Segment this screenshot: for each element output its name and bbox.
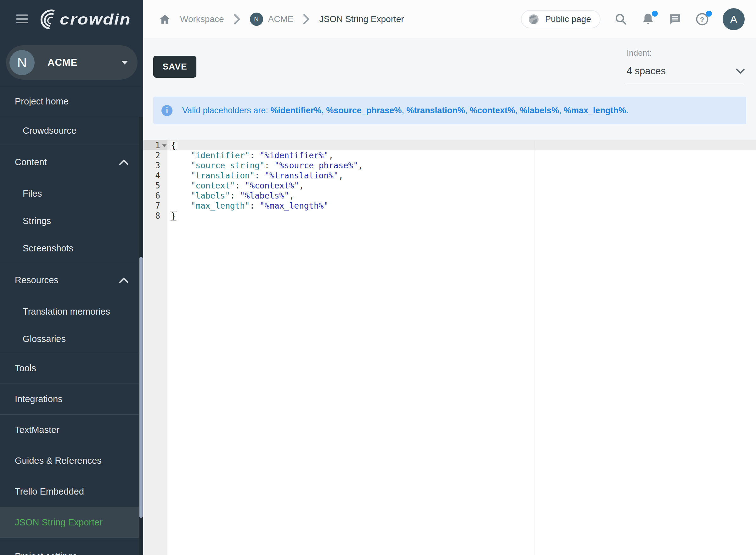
code-editor[interactable]: 12345678 { "identifier": "%identifier%",… (143, 140, 756, 555)
chevron-right-icon (234, 14, 241, 25)
public-page-label: Public page (545, 14, 591, 24)
chevron-right-icon (303, 14, 310, 25)
sidebar-item-label: TextMaster (15, 425, 59, 435)
public-page-button[interactable]: Public page (521, 10, 600, 28)
globe-icon (528, 13, 540, 25)
sidebar-item-strings[interactable]: Strings (0, 207, 143, 235)
line-number[interactable]: 2 (143, 151, 167, 161)
editor-code-area[interactable]: { "identifier": "%identifier%", "source_… (167, 140, 756, 555)
sidebar-item-content[interactable]: Content (0, 144, 143, 180)
token-pun (171, 181, 191, 190)
sidebar-item-label: Tools (15, 363, 36, 374)
fold-toggle-icon[interactable] (162, 144, 167, 147)
code-line[interactable]: "labels": "%labels%", (167, 191, 756, 201)
messages-icon[interactable] (669, 12, 682, 26)
sidebar-item-label: Integrations (15, 394, 62, 404)
sidebar-item-label: JSON String Exporter (15, 517, 102, 528)
indent-control: Indent: 4 spaces (627, 48, 745, 84)
sidebar-item-files[interactable]: Files (0, 180, 143, 207)
token-pun: : (250, 151, 259, 160)
code-line[interactable]: } (167, 211, 756, 221)
main-content: SAVE Indent: 4 spaces i Valid placeholde… (143, 39, 756, 555)
project-avatar: N (250, 12, 263, 26)
home-icon[interactable] (159, 13, 171, 25)
info-icon: i (162, 105, 172, 116)
code-line[interactable]: { (167, 140, 756, 151)
breadcrumb-workspace[interactable]: Workspace (180, 14, 224, 24)
sidebar-item-label: Files (23, 188, 42, 199)
token-key: "labels" (191, 191, 230, 201)
caret-down-icon (121, 61, 128, 65)
indent-selected-value: 4 spaces (627, 66, 666, 77)
line-number[interactable]: 7 (143, 201, 167, 211)
token-pun: : (264, 161, 274, 170)
code-line[interactable]: "context": "%context%", (167, 181, 756, 191)
org-avatar: N (9, 50, 35, 75)
line-number[interactable]: 4 (143, 171, 167, 181)
token-key: "max_length" (191, 201, 250, 211)
sidebar-item-label: Project settings (15, 551, 77, 555)
token-pun: , (289, 191, 294, 201)
sidebar-item-label: Strings (23, 216, 51, 226)
user-avatar[interactable]: A (723, 8, 745, 30)
sidebar-item-label: Crowdsource (23, 126, 77, 136)
token-pun (171, 151, 191, 160)
token-brace: } (170, 211, 177, 220)
code-line[interactable]: "source_string": "%source_phrase%", (167, 161, 756, 171)
crowdin-logo[interactable]: crowdin (38, 9, 123, 30)
sidebar-item-screenshots[interactable]: Screenshots (0, 235, 143, 262)
sidebar-item-label: Resources (15, 275, 58, 285)
token-pun: , (358, 161, 363, 170)
sidebar-item-translation-memories[interactable]: Translation memories (0, 298, 143, 325)
line-number[interactable]: 6 (143, 191, 167, 201)
sidebar-item-resources[interactable]: Resources (0, 262, 143, 298)
code-line[interactable]: "translation": "%translation%", (167, 171, 756, 181)
topbar-actions: Public page (521, 0, 745, 38)
sidebar-scrollbar-track[interactable] (139, 117, 143, 555)
help-icon[interactable]: ? (696, 12, 709, 26)
sidebar-item-project-settings[interactable]: Project settings (0, 541, 143, 555)
workspace-selector[interactable]: N ACME (6, 45, 137, 80)
editor-gutter: 12345678 (143, 140, 167, 555)
code-line[interactable]: "identifier": "%identifier%", (167, 151, 756, 161)
code-line[interactable]: "max_length": "%max_length%" (167, 201, 756, 211)
sidebar-item-tools[interactable]: Tools (0, 353, 143, 384)
sidebar-scrollbar-thumb[interactable] (139, 257, 142, 518)
search-icon[interactable] (614, 12, 628, 26)
sidebar-item-guides-references[interactable]: Guides & References (0, 445, 143, 476)
sidebar-item-json-string-exporter[interactable]: JSON String Exporter (0, 507, 143, 538)
topbar: crowdin Workspace N ACME JSON String Exp… (0, 0, 756, 38)
help-badge (706, 11, 712, 17)
token-pun (171, 191, 191, 201)
chevron-up-icon (119, 278, 128, 283)
crowdin-logo-mark-icon (38, 9, 58, 30)
indent-select[interactable]: 4 spaces (627, 66, 745, 84)
line-number[interactable]: 1 (143, 140, 167, 151)
breadcrumb-project[interactable]: ACME (268, 14, 294, 24)
token-pun (171, 201, 191, 211)
line-number[interactable]: 5 (143, 181, 167, 191)
menu-icon[interactable] (16, 14, 28, 23)
sidebar-item-glossaries[interactable]: Glossaries (0, 325, 143, 353)
sidebar-item-label: Trello Embedded (15, 486, 84, 497)
sidebar-item-integrations[interactable]: Integrations (0, 384, 143, 414)
sidebar-item-textmaster[interactable]: TextMaster (0, 414, 143, 445)
line-number[interactable]: 3 (143, 161, 167, 171)
token-val: "%context%" (245, 181, 299, 190)
sidebar-item-trello-embedded[interactable]: Trello Embedded (0, 476, 143, 507)
save-button[interactable]: SAVE (153, 56, 197, 78)
line-number[interactable]: 8 (143, 211, 167, 221)
token-pun (171, 161, 191, 170)
sidebar-item-crowdsource[interactable]: Crowdsource (0, 117, 143, 144)
sidebar-item-project-home[interactable]: Project home (0, 86, 143, 117)
sidebar-item-label: Guides & References (15, 456, 102, 466)
bell-icon[interactable] (641, 12, 655, 26)
token-pun: : (230, 191, 240, 201)
token-pun: , (338, 171, 343, 180)
breadcrumb: Workspace N ACME JSON String Exporter (159, 0, 404, 38)
crowdin-logo-text: crowdin (60, 12, 131, 27)
sidebar: N ACME Project homeCrowdsourceContentFil… (0, 39, 143, 555)
token-val: "%identifier%" (260, 151, 329, 160)
info-banner-text: Valid placeholders are: %identifier%, %s… (182, 106, 629, 116)
sidebar-item-label: Project home (15, 96, 69, 106)
